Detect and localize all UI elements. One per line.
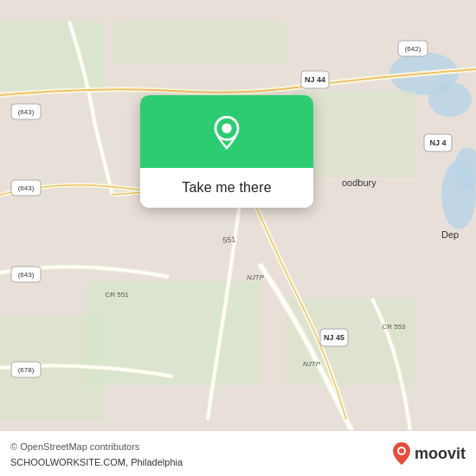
- svg-point-39: [399, 448, 404, 453]
- svg-text:CR 553: CR 553: [382, 323, 406, 331]
- svg-point-37: [222, 124, 231, 132]
- map-container: NJ 44 NJ 45 (643) (643) (643) (642) (678…: [0, 0, 476, 476]
- svg-text:NJTP: NJTP: [303, 360, 321, 368]
- attribution-area: © OpenStreetMap contributors SCHOOLWORKS…: [10, 438, 183, 469]
- svg-text:NJ 44: NJ 44: [305, 75, 325, 84]
- copyright-text: © OpenStreetMap contributors: [10, 441, 139, 452]
- moovit-brand-text: moovit: [415, 445, 466, 463]
- location-label: SCHOOLWORKSITE.COM, Philadelphia: [10, 457, 183, 467]
- moovit-pin-icon: [392, 441, 411, 466]
- svg-text:(678): (678): [18, 366, 35, 374]
- svg-text:NJ 4: NJ 4: [429, 138, 446, 147]
- svg-text:(642): (642): [405, 45, 421, 53]
- osm-attribution: © OpenStreetMap contributors: [10, 441, 139, 452]
- svg-text:CR 551: CR 551: [105, 291, 129, 299]
- svg-text:(643): (643): [18, 271, 35, 279]
- location-pin-icon: [208, 114, 246, 152]
- svg-point-2: [428, 82, 472, 117]
- svg-text:NJTP: NJTP: [247, 273, 265, 281]
- svg-text:(643): (643): [18, 108, 35, 116]
- map-background: NJ 44 NJ 45 (643) (643) (643) (642) (678…: [0, 0, 476, 476]
- svg-text:551: 551: [222, 235, 236, 244]
- popup-icon-area: [140, 95, 313, 168]
- svg-text:oodbury: oodbury: [342, 177, 376, 188]
- take-me-there-button[interactable]: Take me there: [140, 168, 313, 208]
- svg-text:NJ 45: NJ 45: [324, 333, 344, 342]
- bottom-bar: © OpenStreetMap contributors SCHOOLWORKS…: [0, 430, 476, 476]
- svg-rect-6: [113, 22, 286, 65]
- moovit-logo: moovit: [392, 441, 466, 466]
- svg-text:(643): (643): [18, 184, 35, 192]
- popup-card: Take me there: [140, 95, 313, 208]
- svg-text:Dep: Dep: [441, 229, 459, 240]
